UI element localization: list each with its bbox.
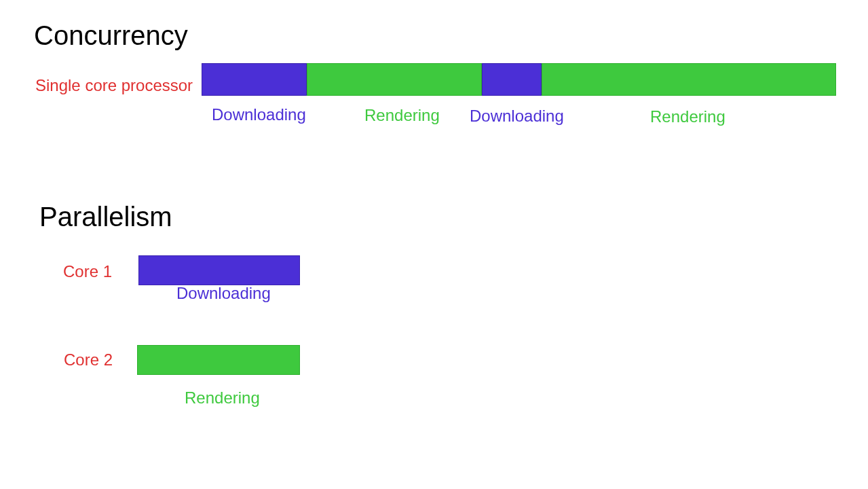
concurrency-task-label-3: Rendering [650, 107, 725, 126]
concurrency-title: Concurrency [34, 20, 188, 51]
parallelism-title: Parallelism [39, 202, 172, 232]
parallelism-bar-1 [137, 345, 300, 375]
concurrency-task-label-0: Downloading [212, 105, 306, 124]
concurrency-row-label: Single core processor [35, 76, 193, 95]
concurrency-bar-3 [542, 63, 836, 96]
parallelism-task-label-0: Downloading [176, 284, 271, 303]
parallelism-bar-0 [138, 255, 300, 285]
concurrency-task-label-1: Rendering [364, 106, 440, 125]
parallelism-task-label-1: Rendering [185, 388, 260, 408]
concurrency-bar-0 [202, 63, 307, 96]
parallelism-row-label-0: Core 1 [63, 262, 112, 281]
concurrency-bar-1 [307, 63, 482, 96]
concurrency-task-label-2: Downloading [470, 107, 564, 126]
parallelism-row-label-1: Core 2 [64, 350, 113, 369]
concurrency-bar-2 [482, 63, 542, 96]
